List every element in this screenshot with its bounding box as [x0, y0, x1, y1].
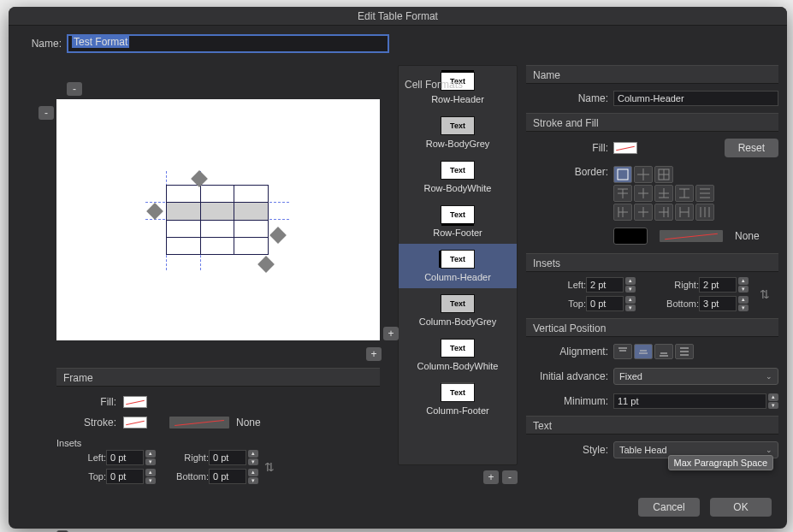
frame-stroke-swatch[interactable]: [123, 417, 147, 429]
frame-fill-swatch[interactable]: [123, 396, 147, 408]
max-paragraph-space-tooltip: Max Paragraph Space: [668, 455, 773, 470]
cell-left-input[interactable]: [586, 277, 624, 293]
cell-format-thumb: Text: [441, 383, 475, 402]
cell-fill-swatch[interactable]: [613, 142, 637, 154]
cell-format-thumb: Text: [441, 339, 475, 358]
border-vmid-icon[interactable]: [634, 204, 653, 221]
minimum-stepper[interactable]: ▴▾: [768, 393, 778, 409]
valign-picker[interactable]: [613, 344, 694, 359]
cell-top-input[interactable]: [586, 296, 624, 311]
frame-right-input[interactable]: [209, 450, 246, 465]
cell-right-stepper[interactable]: ▴▾: [738, 277, 749, 293]
border-picker[interactable]: [613, 166, 776, 221]
border-vcols-icon[interactable]: [675, 204, 694, 221]
cell-format-item[interactable]: TextRow-Footer: [399, 199, 517, 244]
frame-stroke-slider[interactable]: [169, 417, 229, 429]
border-left-icon[interactable]: [613, 204, 632, 221]
frame-right-label: Right:: [159, 452, 209, 463]
cell-format-thumb: Text: [441, 161, 475, 180]
cell-format-item[interactable]: TextColumn-BodyGrey: [399, 288, 517, 333]
valign-top-icon[interactable]: [613, 344, 632, 359]
cell-format-label: Row-BodyWhite: [424, 183, 492, 193]
frame-left-input[interactable]: [106, 450, 144, 465]
cell-format-label: Row-Header: [431, 94, 484, 104]
border-color-chip[interactable]: [613, 228, 648, 245]
border-inner-icon[interactable]: [634, 166, 653, 183]
format-name-label: Name:: [27, 38, 62, 50]
cell-format-item[interactable]: TextColumn-BodyWhite: [399, 333, 517, 377]
r-border-label: Border:: [526, 166, 608, 178]
border-hmid-icon[interactable]: [634, 185, 653, 202]
cell-left-stepper[interactable]: ▴▾: [625, 277, 636, 293]
format-name-input[interactable]: Test Format: [67, 34, 389, 53]
border-all-icon[interactable]: [654, 166, 673, 183]
border-top-icon[interactable]: [613, 185, 632, 202]
cell-format-thumb: Text: [441, 205, 475, 224]
handle-bottom[interactable]: [257, 256, 275, 273]
cell-bottom-input[interactable]: [699, 296, 737, 311]
initial-advance-select[interactable]: Fixed⌄: [613, 368, 778, 385]
r-insets-header: Insets: [526, 253, 778, 272]
border-vall-icon[interactable]: [695, 204, 714, 221]
cell-top-stepper[interactable]: ▴▾: [625, 296, 636, 311]
dialog-title: Edit Table Format: [9, 7, 787, 26]
link-insets-icon[interactable]: ⇅: [262, 451, 277, 483]
cell-format-label: Column-BodyGrey: [419, 316, 496, 327]
handle-right[interactable]: [269, 227, 287, 244]
frame-top-input[interactable]: [106, 469, 144, 484]
cell-format-item[interactable]: TextColumn-Footer: [399, 377, 517, 422]
cell-format-label: Column-BodyWhite: [417, 361, 499, 371]
cell-format-label: Column-Header: [424, 272, 491, 282]
r-name-label: Name:: [526, 92, 608, 104]
r-align-label: Alignment:: [526, 346, 608, 358]
cell-format-item[interactable]: TextRow-BodyGrey: [399, 110, 517, 155]
cell-format-item[interactable]: TextColumn-Header: [399, 244, 517, 288]
border-width-slider[interactable]: [660, 230, 723, 242]
frame-stroke-value: None: [236, 417, 277, 429]
border-outer-icon[interactable]: [613, 166, 632, 183]
r-style-label: Style:: [526, 444, 608, 456]
table-preview[interactable]: [56, 99, 380, 340]
frame-insets-header: Insets: [56, 438, 380, 448]
add-column-button[interactable]: +: [366, 347, 382, 361]
r-initadv-label: Initial advance:: [526, 370, 608, 382]
r-fill-label: Fill:: [526, 142, 608, 154]
r-minimum-label: Minimum:: [526, 395, 608, 407]
handle-left[interactable]: [146, 203, 163, 220]
cell-format-add-button[interactable]: +: [483, 470, 499, 484]
add-row-button[interactable]: +: [383, 327, 399, 340]
cell-formats-list: TextRow-HeaderTextRow-BodyGreyTextRow-Bo…: [398, 65, 518, 465]
remove-column-button[interactable]: -: [67, 82, 82, 96]
remove-row-button[interactable]: -: [38, 106, 54, 120]
r-name-header: Name: [526, 65, 778, 84]
frame-bottom-stepper[interactable]: ▴▾: [248, 469, 258, 484]
border-right-icon[interactable]: [654, 204, 673, 221]
frame-left-stepper[interactable]: ▴▾: [145, 450, 156, 465]
ok-button[interactable]: OK: [710, 498, 772, 517]
cell-bottom-stepper[interactable]: ▴▾: [738, 296, 749, 311]
cell-format-item[interactable]: TextRow-BodyWhite: [399, 155, 517, 199]
border-hall-icon[interactable]: [695, 185, 714, 202]
frame-fill-label: Fill:: [56, 396, 116, 408]
r-bottom-label: Bottom:: [644, 299, 699, 309]
cell-link-insets-icon[interactable]: ⇅: [757, 278, 772, 310]
cell-format-remove-button[interactable]: -: [502, 470, 518, 484]
frame-bottom-input[interactable]: [209, 469, 246, 484]
cell-format-name-input[interactable]: [613, 91, 778, 106]
minimum-input[interactable]: [613, 393, 766, 409]
border-bottom-icon[interactable]: [654, 185, 673, 202]
cell-right-input[interactable]: [699, 277, 737, 293]
frame-right-stepper[interactable]: ▴▾: [248, 450, 258, 465]
r-left-label: Left:: [526, 280, 586, 290]
r-text-header: Text: [526, 416, 778, 434]
frame-top-stepper[interactable]: ▴▾: [145, 469, 156, 484]
valign-bottom-icon[interactable]: [654, 344, 673, 359]
reset-button[interactable]: Reset: [725, 139, 778, 157]
edit-table-format-dialog: Edit Table Format Name: Test Format - -: [9, 7, 787, 529]
cancel-button[interactable]: Cancel: [638, 498, 700, 517]
cell-format-label: Row-BodyGrey: [426, 139, 490, 149]
r-stroke-header: Stroke and Fill: [526, 113, 778, 132]
border-hrows-icon[interactable]: [675, 185, 694, 202]
valign-middle-icon[interactable]: [634, 344, 653, 359]
valign-justify-icon[interactable]: [675, 344, 694, 359]
